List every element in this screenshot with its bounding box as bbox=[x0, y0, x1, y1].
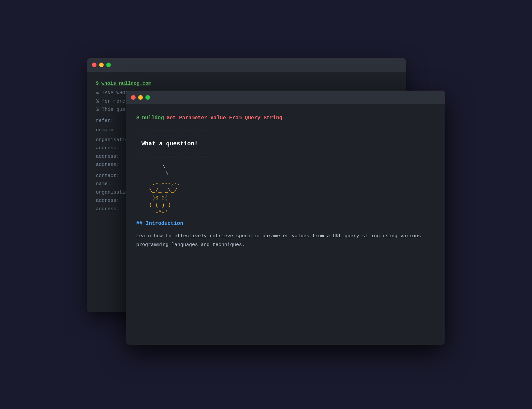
intro-heading: ## Introduction bbox=[136, 219, 435, 228]
prompt: $ bbox=[96, 80, 99, 88]
backslash-2: \ bbox=[162, 170, 435, 177]
terminal-front-body: $ nulldog Get Parameter Value From Query… bbox=[126, 104, 445, 258]
maximize-icon[interactable] bbox=[106, 63, 111, 67]
terminal-front-titlebar bbox=[126, 91, 445, 104]
front-command-line: $ nulldog Get Parameter Value From Query… bbox=[136, 113, 435, 123]
command-text: whois nulldog.com bbox=[101, 80, 151, 88]
close-icon-front[interactable] bbox=[131, 95, 136, 100]
backslash-lines: \ \ bbox=[162, 164, 435, 177]
backslash-1: \ bbox=[162, 164, 435, 170]
front-cmd-name: nulldog bbox=[142, 113, 164, 123]
separator-1: ------------------- bbox=[136, 126, 435, 136]
close-icon[interactable] bbox=[92, 63, 96, 67]
front-prompt: $ bbox=[136, 113, 140, 123]
what-a-question: What a question! bbox=[141, 139, 435, 149]
ascii-art: ,-.---,-. \_/_ _\_/ )0 0( ( (_) ) `-^-' bbox=[143, 180, 435, 216]
front-cmd-title: Get Parameter Value From Query String bbox=[167, 113, 282, 123]
terminal-front: $ nulldog Get Parameter Value From Query… bbox=[126, 91, 445, 345]
terminal-back-titlebar bbox=[87, 58, 406, 72]
separator-2: ------------------- bbox=[136, 152, 435, 161]
scene: $ whois nulldog.com % IANA WHOIS server … bbox=[87, 58, 445, 351]
minimize-icon[interactable] bbox=[99, 63, 104, 67]
command-line: $ whois nulldog.com bbox=[96, 80, 397, 88]
intro-text-content: Learn how to effectively retrieve specif… bbox=[136, 233, 421, 248]
minimize-icon-front[interactable] bbox=[138, 95, 143, 100]
intro-text: Learn how to effectively retrieve specif… bbox=[136, 232, 435, 249]
maximize-icon-front[interactable] bbox=[145, 95, 150, 100]
